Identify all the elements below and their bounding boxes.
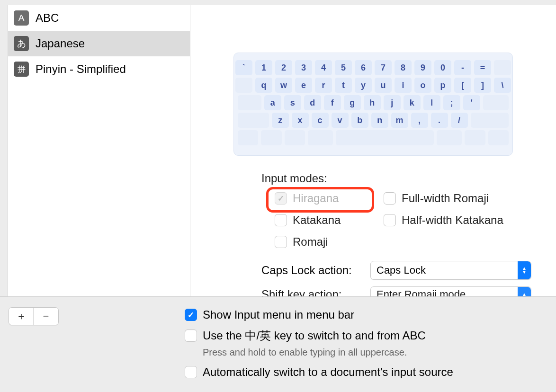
option-label: Show Input menu in menu bar — [203, 308, 354, 321]
shiftkey-label: Shift key action: — [261, 288, 370, 296]
kb-key-backspace — [494, 60, 511, 75]
shiftkey-select[interactable]: Enter Romaji mode ▲ — [370, 286, 531, 296]
kb-key: r — [315, 78, 332, 93]
kb-key: b — [351, 113, 368, 128]
mode-label: Half-width Katakana — [402, 214, 503, 227]
kb-key: o — [414, 78, 431, 93]
mode-romaji-row[interactable]: Romaji — [275, 235, 384, 249]
option-label: Automatically switch to a document's inp… — [203, 365, 453, 379]
sidebar-item-label: Pinyin - Simplified — [36, 62, 126, 76]
sidebar-item-label: ABC — [36, 11, 59, 25]
kb-key: 5 — [335, 60, 352, 75]
kb-key: 2 — [275, 60, 292, 75]
capslock-select[interactable]: Caps Lock ▲▼ — [370, 261, 531, 280]
abc-icon: A — [14, 10, 29, 26]
checkbox-show-input-menu[interactable] — [185, 309, 197, 321]
kb-key: \ — [494, 78, 511, 93]
add-button[interactable]: ＋ — [9, 308, 34, 325]
kb-key: d — [304, 95, 321, 110]
auto-switch-row[interactable]: Automatically switch to a document's inp… — [185, 365, 547, 379]
kb-key: / — [451, 113, 468, 128]
show-input-menu-row[interactable]: Show Input menu in menu bar — [185, 308, 547, 321]
kb-key: w — [275, 78, 292, 93]
mode-label: Hiragana — [293, 192, 339, 205]
capslock-row: Caps Lock action: Caps Lock ▲▼ — [261, 261, 532, 280]
kb-key: h — [364, 95, 381, 110]
shiftkey-row: Shift key action: Enter Romaji mode ▲ — [261, 286, 532, 296]
sidebar-item-abc[interactable]: A ABC — [8, 5, 190, 31]
remove-button[interactable]: − — [34, 308, 58, 325]
kb-key-shift-right — [471, 113, 509, 128]
mode-fullwidth-romaji-row[interactable]: Full-width Romaji — [384, 192, 526, 205]
kb-key: 1 — [255, 60, 272, 75]
kb-key-tab — [235, 78, 252, 93]
mode-label: Katakana — [293, 214, 341, 227]
kb-key: v — [332, 113, 349, 128]
chevron-updown-icon: ▲ — [518, 287, 531, 296]
kb-key-fn — [238, 130, 258, 145]
checkbox-katakana[interactable] — [275, 214, 287, 226]
kb-key: k — [404, 95, 421, 110]
kb-key: n — [371, 113, 388, 128]
kb-key-enter — [483, 95, 509, 110]
kb-key: ` — [235, 60, 252, 75]
kb-key: m — [391, 113, 408, 128]
kb-key: l — [423, 95, 440, 110]
kb-key: ] — [474, 78, 491, 93]
kb-key: [ — [454, 78, 471, 93]
mode-label: Full-width Romaji — [402, 192, 489, 205]
sidebar-item-japanese[interactable]: あ Japanese — [8, 31, 190, 56]
kb-key: 3 — [295, 60, 312, 75]
checkbox-halfwidth-katakana[interactable] — [384, 214, 396, 226]
kb-key: y — [355, 78, 372, 93]
checkbox-auto-switch[interactable] — [185, 366, 197, 378]
pinyin-icon: 拼 — [14, 62, 29, 77]
kb-key: ; — [443, 95, 460, 110]
chevron-updown-icon: ▲▼ — [518, 261, 531, 279]
checkbox-use-key[interactable] — [185, 330, 197, 342]
kb-key: a — [264, 95, 281, 110]
bottom-panel: ＋ − Show Input menu in menu bar Use the … — [0, 296, 556, 392]
japanese-icon: あ — [14, 36, 29, 51]
input-source-list: A ABC あ Japanese 拼 Pinyin - Simplified — [8, 5, 190, 296]
sidebar-item-pinyin[interactable]: 拼 Pinyin - Simplified — [8, 56, 190, 82]
kb-key-opt — [285, 130, 305, 145]
capslock-label: Caps Lock action: — [261, 264, 370, 277]
mode-label: Romaji — [293, 235, 328, 249]
kb-key: 0 — [434, 60, 451, 75]
mode-katakana-row[interactable]: Katakana — [275, 214, 384, 227]
kb-key: , — [411, 113, 428, 128]
kb-key: . — [431, 113, 448, 128]
kb-key: 6 — [355, 60, 372, 75]
kb-key-arrow — [488, 130, 509, 145]
kb-key-cmd-right — [437, 130, 462, 145]
add-remove-control: ＋ − — [9, 307, 59, 325]
kb-key-opt-right — [465, 130, 485, 145]
select-value: Enter Romaji mode — [377, 288, 466, 296]
option-label: Use the 中/英 key to switch to and from AB… — [203, 328, 426, 343]
checkbox-hiragana — [275, 192, 287, 205]
kb-key: ' — [463, 95, 480, 110]
kb-key: 9 — [414, 60, 431, 75]
kb-key-ctrl — [261, 130, 281, 145]
detail-pane: ` 1 2 3 4 5 6 7 8 9 0 - = q — [190, 5, 556, 296]
kb-key-caps — [238, 95, 261, 110]
kb-key: q — [255, 78, 272, 93]
use-key-row[interactable]: Use the 中/英 key to switch to and from AB… — [185, 328, 547, 343]
kb-key: 8 — [395, 60, 412, 75]
kb-key: e — [295, 78, 312, 93]
kb-key-cmd — [308, 130, 333, 145]
kb-key: t — [335, 78, 352, 93]
kb-key: 7 — [375, 60, 392, 75]
input-modes-label: Input modes: — [261, 172, 532, 185]
kb-key-shift — [238, 113, 269, 128]
keyboard-preview: ` 1 2 3 4 5 6 7 8 9 0 - = q — [233, 53, 513, 156]
kb-key: - — [454, 60, 471, 75]
sidebar-item-label: Japanese — [36, 37, 85, 50]
mode-halfwidth-katakana-row[interactable]: Half-width Katakana — [384, 214, 526, 227]
checkbox-romaji[interactable] — [275, 236, 287, 248]
checkbox-fullwidth-romaji[interactable] — [384, 192, 396, 205]
kb-key: g — [344, 95, 361, 110]
kb-key: j — [384, 95, 401, 110]
kb-key: 4 — [315, 60, 332, 75]
